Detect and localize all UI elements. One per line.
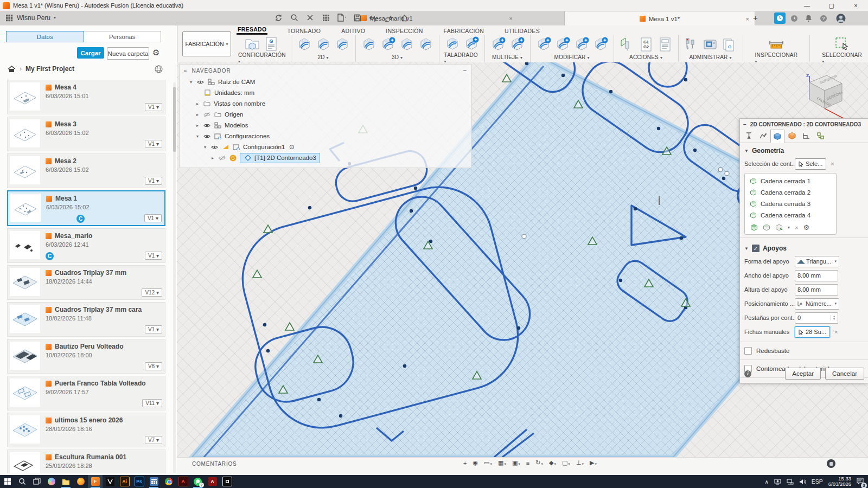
list-item[interactable]: Mesa 3 6/03/2026 15:02 V1 ▾ bbox=[7, 117, 165, 151]
info-icon[interactable]: i bbox=[744, 370, 751, 377]
tree-row-models[interactable]: ▸ Modelos bbox=[180, 120, 471, 131]
grid-settings-icon[interactable]: ▦▾ bbox=[498, 459, 506, 466]
close-button[interactable]: × bbox=[844, 0, 868, 11]
apps-grid-icon[interactable] bbox=[321, 13, 330, 22]
remove-chain-icon[interactable]: × bbox=[795, 224, 798, 231]
new-setup-icon[interactable] bbox=[244, 36, 260, 52]
ok-button[interactable]: Aceptar bbox=[785, 368, 821, 380]
project-switcher[interactable]: Wisnu Peru ▾ bbox=[4, 13, 56, 22]
group-label[interactable]: CONFIGURACIÓN bbox=[238, 52, 286, 58]
globe-icon[interactable] bbox=[155, 65, 163, 75]
multiaxis-icon[interactable] bbox=[509, 36, 525, 53]
clear-selection-icon[interactable]: × bbox=[831, 160, 834, 167]
search-icon[interactable] bbox=[290, 13, 299, 22]
volume-icon[interactable] bbox=[799, 479, 806, 485]
caret-down-icon[interactable]: ▾ bbox=[195, 134, 200, 139]
tab-datos[interactable]: Datos bbox=[6, 31, 84, 42]
new-folder-button[interactable]: Nueva carpeta bbox=[107, 47, 149, 60]
gear-icon[interactable]: ⚙ bbox=[152, 48, 159, 57]
tabs-section-header[interactable]: ▼ ✓ Apoyos bbox=[740, 241, 868, 254]
version-chip[interactable]: V1 ▾ bbox=[144, 214, 162, 222]
list-item[interactable]: Puerta Franco Tabla Volteado 9/02/2026 1… bbox=[7, 376, 165, 410]
add-chain-icon[interactable] bbox=[750, 224, 758, 231]
contour-select-button[interactable]: Sele... bbox=[795, 158, 826, 170]
version-chip[interactable]: V11 ▾ bbox=[142, 399, 162, 407]
group-label[interactable]: SELECCIONAR bbox=[822, 52, 862, 58]
tool-library-icon[interactable] bbox=[684, 36, 700, 53]
tab-shape-dropdown[interactable]: Triangu... ▾ bbox=[795, 256, 839, 267]
collapse-dialog-icon[interactable]: − bbox=[743, 121, 746, 127]
pocket3d-icon[interactable] bbox=[380, 36, 396, 53]
drill-icon[interactable]: > bbox=[444, 36, 461, 52]
caret-down-icon[interactable]: ▾ bbox=[202, 145, 208, 150]
look-at-icon[interactable]: ◆▾ bbox=[549, 459, 556, 466]
transform-icon[interactable] bbox=[592, 36, 609, 53]
stepper-arrows[interactable]: ▲▼ bbox=[831, 315, 835, 320]
upload-button[interactable]: Cargar bbox=[77, 47, 104, 59]
tool-display-icon[interactable]: ⊥▾ bbox=[576, 459, 584, 466]
tree-row-setups[interactable]: ▾ Configuraciones bbox=[180, 131, 471, 142]
tree-row-cam-root[interactable]: ▾ Raíz de CAM bbox=[180, 76, 471, 87]
group-label[interactable]: INSPECCIONAR bbox=[755, 52, 798, 58]
group-label[interactable]: ACCIONES bbox=[629, 54, 659, 60]
ribbon-tab-torneado[interactable]: TORNEADO bbox=[286, 27, 322, 35]
chain-settings-gear-icon[interactable]: ⚙ bbox=[803, 223, 809, 232]
tree-row-units[interactable]: Unidades: mm bbox=[180, 87, 471, 98]
tab-tool[interactable] bbox=[742, 130, 755, 142]
acrobat-icon[interactable]: A bbox=[176, 475, 190, 488]
chrome-icon[interactable] bbox=[161, 475, 176, 488]
photoshop-icon[interactable]: Ps bbox=[132, 475, 146, 488]
minimize-button[interactable]: — bbox=[795, 0, 819, 11]
home-icon[interactable] bbox=[8, 66, 16, 73]
parallel-icon[interactable]: > bbox=[399, 36, 415, 53]
list-item-selected[interactable]: Mesa 1 6/03/2026 15:02 C V1 ▾ bbox=[7, 190, 165, 226]
group-label[interactable]: MULTIEJE bbox=[492, 54, 519, 60]
sync-icon[interactable] bbox=[274, 13, 283, 22]
list-item[interactable]: ultimos 15 enero 2026 28/01/2026 18:16 V… bbox=[7, 413, 165, 447]
measure-icon[interactable] bbox=[768, 36, 784, 52]
doc-tab-mesa-1[interactable]: Mesa 1 v1* × bbox=[564, 11, 755, 26]
add-face-icon[interactable] bbox=[763, 224, 770, 231]
notifications-bell-icon[interactable] bbox=[803, 12, 814, 24]
ribbon-tab-fresado[interactable]: FRESADO bbox=[237, 25, 267, 35]
manual-tabs-button[interactable]: 28 Su... bbox=[795, 326, 830, 338]
tab-geometry[interactable] bbox=[770, 130, 784, 143]
select-icon[interactable] bbox=[834, 36, 850, 52]
delete-passes-icon[interactable] bbox=[554, 36, 571, 53]
list-item[interactable]: Bautizo Peru Volteado 10/02/2026 18:00 V… bbox=[7, 339, 165, 374]
capture-icon[interactable]: ▣▾ bbox=[512, 459, 520, 466]
comments-label[interactable]: COMENTARIOS bbox=[192, 461, 237, 467]
caret-down-icon[interactable]: ▾ bbox=[788, 225, 790, 230]
file-explorer-icon[interactable] bbox=[59, 475, 73, 488]
workspace-selector[interactable]: FABRICACIÓN ▾ bbox=[182, 31, 231, 56]
group-label[interactable]: 3D bbox=[392, 54, 399, 60]
caret-right-icon[interactable]: ▸ bbox=[210, 156, 215, 160]
version-chip[interactable]: V1 ▾ bbox=[145, 177, 162, 185]
chain-item[interactable]: Cadena cerrada 1 bbox=[745, 175, 836, 187]
list-item[interactable]: Cuadros Triplay 37 mm cara 18/02/2026 11… bbox=[7, 302, 165, 337]
version-chip[interactable]: V12 ▾ bbox=[142, 288, 162, 297]
clock[interactable]: 15:33 6/03/2026 bbox=[828, 476, 851, 487]
tab-positioning-dropdown[interactable]: # Númerc... ▾ bbox=[795, 298, 839, 310]
probe-icon[interactable]: ◉ bbox=[473, 459, 478, 466]
copilot-icon[interactable] bbox=[44, 475, 59, 488]
setup-sheet-icon[interactable] bbox=[657, 36, 673, 53]
version-chip[interactable]: V1 ▾ bbox=[145, 252, 162, 260]
tab-heights[interactable] bbox=[786, 130, 799, 142]
tree-row-setup1[interactable]: ▾ Configuración1 ⊙ bbox=[180, 142, 471, 152]
tabs-per-contour-stepper[interactable]: 0 ▲▼ bbox=[795, 312, 838, 324]
tree-row-operation[interactable]: ▸ [T1] 2D Contorneado3 bbox=[180, 152, 471, 163]
trim-icon[interactable] bbox=[535, 36, 552, 53]
corner-badge-icon[interactable] bbox=[827, 459, 835, 468]
display-settings-icon[interactable]: ▭▾ bbox=[484, 459, 492, 466]
apoyos-checkbox[interactable]: ✓ bbox=[752, 245, 760, 252]
file-menu-icon[interactable] bbox=[337, 13, 346, 22]
ribbon-tab-aditivo[interactable]: ADITIVO bbox=[340, 27, 366, 35]
group-label[interactable]: 2D bbox=[317, 54, 324, 60]
job-status-icon[interactable] bbox=[774, 12, 786, 24]
autocad-icon[interactable]: A bbox=[205, 475, 220, 488]
new-tab-button[interactable]: + bbox=[753, 13, 758, 22]
notification-center-icon[interactable]: 3 bbox=[857, 477, 864, 486]
group-label[interactable]: ADMINISTRAR bbox=[689, 54, 727, 60]
task-view-icon[interactable] bbox=[29, 475, 44, 488]
